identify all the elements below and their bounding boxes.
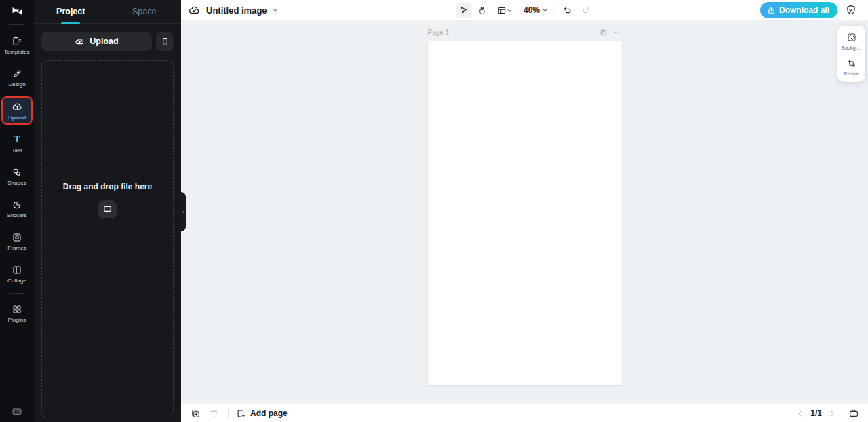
- keyboard-icon: [12, 406, 23, 417]
- background-label: Backgr...: [842, 45, 861, 51]
- layout-icon: [496, 5, 507, 16]
- topbar-tools: 40%: [454, 3, 595, 18]
- page-header: Page 1: [428, 27, 622, 37]
- hand-icon: [477, 5, 487, 16]
- briefcase-icon: [848, 408, 859, 419]
- collage-icon: [12, 265, 22, 275]
- sidebar-item-frames[interactable]: Frames: [1, 227, 33, 255]
- shapes-icon: [12, 167, 22, 178]
- capcut-image-editor: Templates Design Upload T: [0, 0, 868, 422]
- canvas-page[interactable]: [428, 41, 622, 385]
- rail-divider: [9, 24, 24, 25]
- upload-cloud-icon: [12, 101, 23, 113]
- sidebar-item-label: Text: [12, 147, 22, 153]
- undo-icon: [562, 5, 572, 16]
- layout-picker-button[interactable]: [492, 3, 517, 18]
- resize-label: Resize: [844, 71, 859, 77]
- file-dropzone[interactable]: Drag and drop file here: [41, 60, 174, 417]
- upload-from-phone-button[interactable]: [156, 32, 174, 51]
- sidebar-item-stickers[interactable]: Stickers: [1, 195, 33, 223]
- add-page-button[interactable]: Add page: [236, 408, 288, 419]
- sidebar-item-plugins[interactable]: Plugins: [1, 299, 33, 327]
- panel-collapse-handle[interactable]: [181, 192, 186, 231]
- redo-button[interactable]: [578, 3, 593, 18]
- sidebar-item-collage[interactable]: Collage: [1, 260, 33, 288]
- main-area: Untitled image: [181, 0, 868, 422]
- sidebar-item-label: Design: [8, 81, 26, 88]
- dropzone-text: Drag and drop file here: [63, 182, 152, 191]
- sidebar-item-label: Templates: [4, 49, 29, 55]
- plugins-icon: [12, 304, 22, 315]
- bottombar-divider: [842, 408, 842, 418]
- upload-from-device-button[interactable]: [98, 200, 117, 218]
- sidebar-item-text[interactable]: T Text: [1, 130, 33, 157]
- upload-button-label: Upload: [90, 37, 118, 46]
- upload-button[interactable]: Upload: [41, 32, 152, 51]
- design-icon: [12, 69, 22, 79]
- delete-page-button[interactable]: [209, 408, 219, 419]
- sidebar-item-label: Upload: [8, 115, 26, 121]
- canvas-area[interactable]: Page 1: [181, 20, 868, 404]
- keyboard-shortcuts-button[interactable]: [12, 406, 23, 417]
- download-all-label: Download all: [779, 5, 829, 15]
- duplicate-page-button[interactable]: [191, 408, 201, 419]
- duplicate-icon: [191, 408, 201, 419]
- svg-text:T: T: [14, 135, 20, 145]
- sidebar-item-label: Frames: [7, 245, 26, 251]
- duplicate-page-icon[interactable]: [599, 28, 608, 37]
- cloud-check-icon[interactable]: [188, 4, 201, 17]
- tab-space[interactable]: Space: [108, 0, 182, 23]
- tab-project[interactable]: Project: [34, 0, 108, 23]
- panel-tabs: Project Space: [34, 0, 181, 24]
- pan-tool-button[interactable]: [474, 3, 490, 18]
- bottom-bar: Add page 1/1: [181, 404, 868, 422]
- phone-icon: [160, 37, 170, 47]
- resize-button[interactable]: Resize: [837, 58, 865, 77]
- shield-check-icon[interactable]: [845, 4, 857, 16]
- topbar-left: Untitled image: [188, 4, 279, 17]
- sidebar-item-design[interactable]: Design: [1, 64, 33, 92]
- left-rail: Templates Design Upload T: [0, 0, 34, 422]
- bottombar-right: 1/1: [795, 408, 859, 419]
- chevron-down-icon[interactable]: [272, 7, 279, 14]
- redo-icon: [580, 5, 591, 16]
- page-label: Page 1: [428, 28, 450, 36]
- background-button[interactable]: Backgr...: [837, 32, 865, 51]
- sidebar-item-label: Collage: [7, 277, 26, 284]
- add-page-icon: [236, 408, 246, 419]
- more-options-icon[interactable]: [614, 28, 622, 37]
- chevron-down-icon[interactable]: [541, 7, 548, 14]
- sidebar-item-shapes[interactable]: Shapes: [1, 162, 33, 190]
- sidebar-item-label: Shapes: [7, 180, 26, 186]
- page-header-actions: [599, 28, 622, 37]
- monitor-icon: [102, 204, 113, 214]
- add-page-label: Add page: [250, 408, 288, 418]
- rail-divider: [9, 293, 24, 294]
- page-settings-card: Backgr... Resize: [837, 26, 865, 82]
- next-page-button[interactable]: [828, 409, 837, 418]
- sidebar-item-upload[interactable]: Upload: [1, 96, 33, 125]
- pointer-icon: [458, 5, 469, 16]
- stickers-icon: [12, 199, 22, 210]
- upload-row: Upload: [41, 32, 174, 51]
- sidebar-item-label: Stickers: [7, 212, 26, 218]
- export-icon: [767, 6, 776, 15]
- undo-button[interactable]: [559, 3, 575, 18]
- frames-icon: [12, 232, 22, 243]
- sidebar-item-templates[interactable]: Templates: [1, 31, 33, 59]
- sidebar-item-label: Plugins: [8, 317, 26, 323]
- previous-page-button[interactable]: [795, 409, 804, 418]
- topbar-right: Download all: [760, 2, 857, 18]
- download-all-button[interactable]: Download all: [760, 2, 837, 18]
- project-panel: Project Space Upload: [34, 0, 181, 422]
- zoom-level[interactable]: 40%: [524, 5, 540, 15]
- capcut-logo[interactable]: [10, 4, 24, 18]
- text-icon: T: [12, 134, 22, 145]
- chevron-left-icon: [181, 210, 186, 214]
- toolkit-button[interactable]: [848, 408, 859, 419]
- page-count: 1/1: [810, 408, 822, 418]
- document-title[interactable]: Untitled image: [206, 5, 267, 16]
- select-tool-button[interactable]: [456, 3, 471, 18]
- upload-cloud-icon: [75, 37, 85, 47]
- background-icon: [846, 32, 857, 43]
